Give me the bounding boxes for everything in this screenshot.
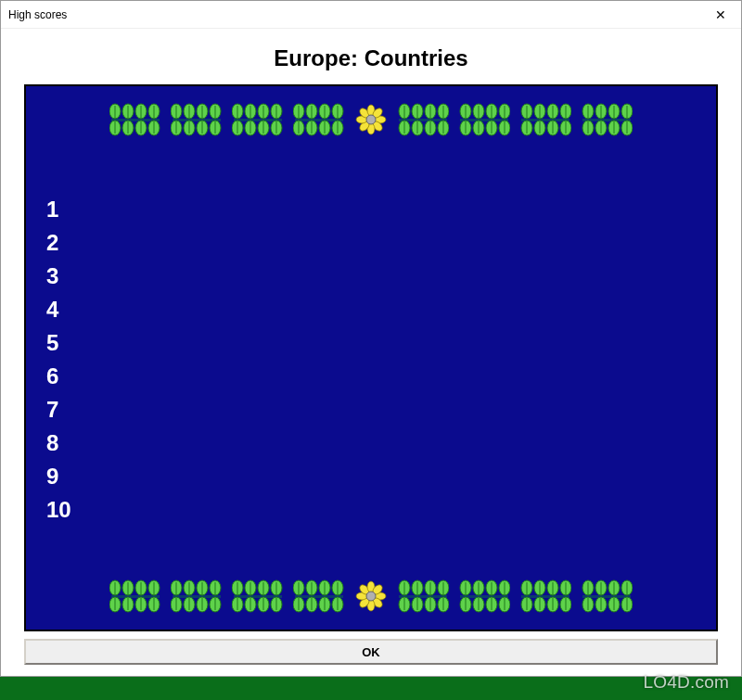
- rank-number: 3: [46, 265, 716, 287]
- leaf-sprig-icon: [519, 579, 571, 613]
- leaf-sprig-icon: [293, 103, 345, 136]
- leaf-sprig-icon: [232, 103, 284, 136]
- leaf-sprig-icon: [293, 579, 345, 613]
- rank-number: 7: [46, 399, 716, 421]
- close-button[interactable]: ✕: [699, 1, 741, 28]
- leaf-sprig-icon: [458, 579, 510, 613]
- rank-number: 9: [46, 465, 716, 488]
- leaf-sprig-icon: [171, 103, 223, 136]
- window-title: High scores: [8, 8, 67, 21]
- leaf-sprig-icon: [581, 103, 633, 136]
- leaf-sprig-icon: [109, 579, 161, 613]
- rank-number: 4: [46, 299, 716, 321]
- rank-number: 5: [46, 332, 716, 354]
- leaf-sprig-icon: [519, 103, 571, 136]
- button-bar: OK: [24, 639, 718, 665]
- svg-point-76: [366, 115, 376, 124]
- leaf-sprig-icon: [397, 103, 449, 136]
- leaf-sprig-icon: [109, 103, 161, 136]
- svg-point-221: [366, 592, 376, 601]
- rank-number: 6: [46, 365, 716, 388]
- score-panel: 12345678910: [24, 84, 718, 631]
- titlebar: High scores ✕: [1, 1, 741, 29]
- watermark: LO4D.com: [644, 672, 729, 693]
- leaf-sprig-icon: [232, 579, 284, 613]
- leaf-sprig-icon: [581, 579, 633, 613]
- garland-top: [26, 103, 716, 136]
- rank-number: 2: [46, 232, 716, 254]
- rank-number: 8: [46, 432, 716, 454]
- rank-number: 10: [46, 499, 716, 521]
- leaf-sprig-icon: [397, 579, 449, 613]
- leaf-sprig-icon: [171, 579, 223, 613]
- ok-button[interactable]: OK: [24, 639, 718, 665]
- page-title: Europe: Countries: [1, 29, 741, 84]
- flower-icon: [354, 103, 388, 136]
- high-scores-window: High scores ✕ Europe: Countries: [0, 0, 742, 677]
- score-list: 12345678910: [26, 187, 716, 528]
- flower-icon: [354, 579, 388, 613]
- leaf-sprig-icon: [458, 103, 510, 136]
- garland-bottom: [26, 579, 716, 613]
- rank-number: 1: [46, 198, 716, 221]
